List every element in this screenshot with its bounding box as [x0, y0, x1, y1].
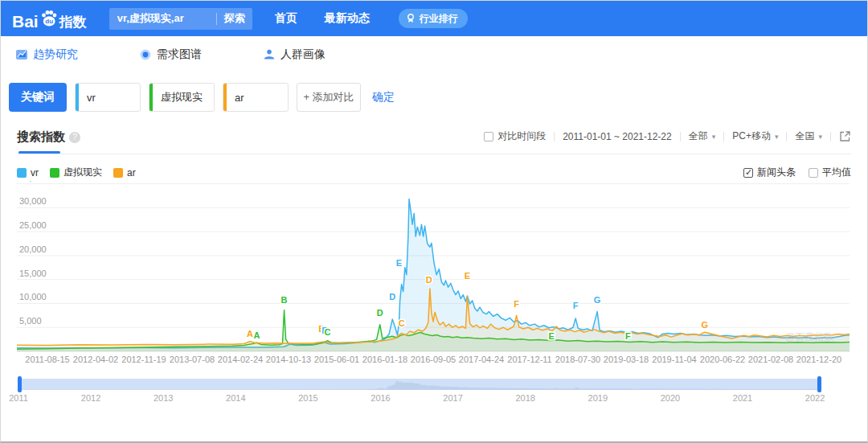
news-marker-F: F: [625, 331, 631, 341]
news-headlines-label: 新闻头条: [757, 166, 796, 179]
tab-需求图谱[interactable]: 需求图谱: [139, 47, 202, 62]
svg-text:2020-06-22: 2020-06-22: [700, 355, 745, 364]
module-tabs: 趋势研究需求图谱人群画像: [1, 36, 867, 73]
nav-item-news[interactable]: 最新动态: [325, 11, 370, 26]
industry-ranking-button[interactable]: 行业排行: [399, 9, 468, 28]
filter-dropdown-1[interactable]: PC+移动▾: [732, 129, 778, 143]
news-marker-D: D: [389, 292, 395, 301]
baidu-index-logo[interactable]: Bai du 指数: [12, 7, 87, 30]
keyword-text: ar: [227, 92, 244, 104]
svg-text:2016-01-18: 2016-01-18: [362, 355, 407, 364]
news-marker-G: G: [594, 295, 601, 305]
tab-人群画像[interactable]: 人群画像: [263, 47, 326, 62]
keyword-input-虚拟现实[interactable]: 虚拟现实: [149, 83, 215, 112]
year-label-2015: 2015: [298, 393, 317, 403]
brush-track[interactable]: [18, 379, 821, 390]
time-range-brush: 2011201220132014201520162017201820192020…: [1, 375, 867, 408]
svg-text:25,000: 25,000: [19, 220, 47, 230]
legend-swatch: [50, 168, 59, 178]
year-label-2016: 2016: [371, 393, 390, 403]
legend-row: vr虚拟现实ar 新闻头条 平均值: [17, 166, 851, 179]
search-bar[interactable]: vr,虚拟现实,ar 探索: [109, 8, 252, 30]
separator: [554, 132, 555, 142]
keyword-label-button[interactable]: 关键词: [9, 83, 67, 112]
svg-text:du: du: [45, 18, 53, 25]
date-range[interactable]: 2011-01-01 ~ 2021-12-22: [563, 131, 672, 142]
year-label-2020: 2020: [661, 393, 680, 403]
graph-icon: [139, 48, 152, 61]
legend-swatch: [17, 168, 27, 178]
svg-text:35,000: 35,000: [19, 181, 47, 183]
export-icon[interactable]: [839, 130, 851, 142]
svg-text:2011-08-15: 2011-08-15: [25, 355, 69, 364]
top-nav: 首页最新动态: [275, 11, 370, 26]
chart-title-group: 搜索指数 ?: [17, 129, 80, 151]
legend: vr虚拟现实ar: [17, 166, 136, 179]
legend-item-ar[interactable]: ar: [113, 167, 136, 178]
legend-item-vr[interactable]: vr: [17, 167, 39, 178]
trend-line-chart[interactable]: 5,00010,00015,00020,00025,00030,00035,00…: [17, 181, 851, 369]
year-label-2013: 2013: [154, 393, 173, 403]
filter-dropdown-2[interactable]: 全国▾: [795, 129, 822, 143]
checkbox-checked-icon: [743, 168, 753, 178]
news-marker-E: E: [548, 331, 554, 341]
legend-item-虚拟现实[interactable]: 虚拟现实: [50, 166, 102, 179]
year-label-2014: 2014: [226, 393, 245, 403]
add-compare-button[interactable]: + 添加对比: [297, 83, 361, 112]
search-index-panel: 搜索指数 ? 对比时间段 2011-01-01 ~ 2021-12-22 全部▾…: [1, 120, 867, 369]
news-headlines-checkbox[interactable]: 新闻头条: [743, 166, 796, 179]
chart-toolbar: 搜索指数 ? 对比时间段 2011-01-01 ~ 2021-12-22 全部▾…: [17, 120, 851, 151]
filter-value: 全国: [795, 129, 814, 143]
svg-text:2021-12-20: 2021-12-20: [796, 355, 841, 364]
people-icon: [263, 48, 276, 61]
year-label-2011: 2011: [9, 393, 28, 403]
checkbox-icon: [484, 132, 493, 142]
overlay-toggles: 新闻头条 平均值: [743, 166, 851, 179]
news-marker-A: A: [247, 329, 253, 338]
help-icon[interactable]: ?: [69, 132, 80, 143]
tab-indicator: [18, 151, 60, 154]
keyword-bar: 关键词 vr虚拟现实ar + 添加对比 确定: [1, 73, 867, 120]
svg-text:2017-12-11: 2017-12-11: [507, 355, 551, 364]
checkbox-icon: [809, 168, 818, 178]
separator: [830, 132, 831, 142]
keyword-text: 虚拟现实: [153, 90, 203, 105]
legend-swatch: [113, 168, 123, 178]
brush-preview: [18, 379, 821, 390]
compare-period-checkbox[interactable]: 对比时间段: [484, 129, 546, 143]
brush-year-axis: 2011201220132014201520162017201820192020…: [1, 393, 867, 406]
news-marker-F: F: [514, 299, 519, 309]
tab-趋势研究[interactable]: 趋势研究: [15, 47, 78, 62]
news-marker-E: E: [465, 271, 470, 281]
trend-icon: [15, 48, 28, 61]
average-checkbox[interactable]: 平均值: [809, 166, 851, 179]
keyword-input-vr[interactable]: vr: [75, 83, 141, 112]
tab-indicator-track: [17, 151, 851, 154]
nav-item-home[interactable]: 首页: [275, 11, 297, 26]
filter-value: 全部: [689, 129, 708, 143]
separator: [680, 132, 681, 142]
confirm-button[interactable]: 确定: [372, 90, 395, 105]
chevron-down-icon: ▾: [818, 133, 822, 141]
search-button[interactable]: 探索: [217, 11, 252, 26]
tab-label: 趋势研究: [33, 47, 78, 62]
news-marker-C: C: [324, 327, 330, 337]
legend-label: ar: [127, 167, 136, 178]
tab-label: 人群画像: [280, 47, 326, 62]
svg-text:2012-11-19: 2012-11-19: [121, 355, 166, 364]
svg-text:2019-03-18: 2019-03-18: [604, 355, 649, 364]
search-input[interactable]: vr,虚拟现实,ar: [109, 11, 216, 26]
keyword-inputs: vr虚拟现实ar: [75, 83, 289, 112]
news-marker-E: E: [396, 258, 402, 268]
chart-title: 搜索指数: [17, 129, 65, 145]
separator: [786, 132, 787, 142]
logo-text-bai: Bai: [12, 14, 39, 30]
svg-text:2019-11-04: 2019-11-04: [652, 355, 696, 364]
paw-icon: du: [39, 9, 59, 31]
news-marker-B: B: [281, 295, 288, 305]
svg-text:15,000: 15,000: [19, 269, 47, 278]
svg-text:2013-07-08: 2013-07-08: [170, 355, 215, 364]
svg-text:2014-10-13: 2014-10-13: [266, 355, 311, 364]
keyword-input-ar[interactable]: ar: [223, 83, 289, 112]
filter-dropdown-0[interactable]: 全部▾: [689, 129, 716, 143]
